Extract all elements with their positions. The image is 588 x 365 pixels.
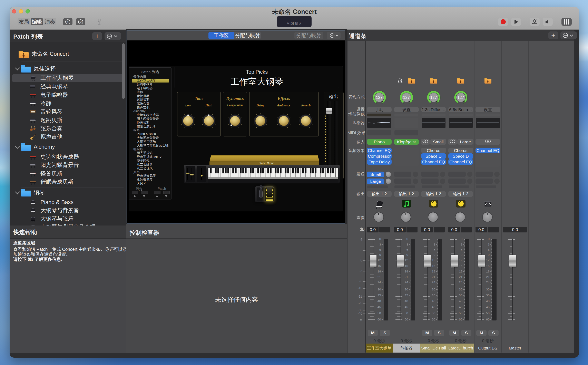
svg-text:6: 6 [406, 248, 408, 252]
svg-text:15: 15 [486, 264, 490, 267]
svg-text:24: 24 [378, 281, 381, 284]
svg-text:i: i [67, 20, 68, 24]
svg-text:21: 21 [378, 275, 381, 279]
svg-text:15: 15 [432, 264, 435, 267]
svg-text:18: 18 [486, 270, 490, 273]
svg-text:50: 50 [486, 311, 490, 315]
svg-text:0: 0 [379, 237, 381, 241]
svg-text:3: 3 [461, 243, 463, 246]
svg-text:40: 40 [405, 299, 408, 303]
svg-text:30: 30 [405, 288, 408, 291]
svg-text:0: 0 [461, 237, 463, 241]
svg-text:12: 12 [405, 258, 408, 262]
svg-text:9: 9 [379, 253, 381, 257]
svg-text:45: 45 [459, 305, 463, 309]
svg-text:15: 15 [459, 264, 463, 267]
svg-text:18: 18 [378, 270, 381, 273]
svg-text:50: 50 [405, 311, 408, 315]
svg-text:6: 6 [433, 248, 435, 252]
svg-text:3: 3 [406, 243, 408, 246]
svg-text:12: 12 [459, 258, 463, 262]
svg-text:50: 50 [432, 311, 436, 315]
svg-text:40: 40 [378, 299, 381, 303]
svg-text:18: 18 [405, 270, 408, 273]
svg-text:45: 45 [486, 305, 490, 309]
svg-text:0: 0 [406, 237, 408, 241]
svg-text:9: 9 [488, 253, 490, 257]
svg-text:21: 21 [459, 275, 463, 279]
svg-text:24: 24 [405, 281, 408, 284]
svg-text:24: 24 [432, 281, 436, 284]
svg-text:21: 21 [405, 275, 408, 279]
svg-text:60: 60 [432, 318, 436, 321]
svg-text:6: 6 [488, 248, 490, 252]
svg-text:40: 40 [432, 299, 436, 303]
svg-text:6: 6 [379, 248, 381, 252]
svg-text:18: 18 [459, 270, 463, 273]
svg-text:3: 3 [433, 243, 435, 246]
svg-text:15: 15 [378, 264, 381, 267]
svg-text:30: 30 [432, 288, 436, 291]
svg-text:60: 60 [405, 318, 408, 321]
svg-text:30: 30 [459, 288, 463, 291]
svg-text:35: 35 [432, 294, 435, 297]
svg-text:?: ? [80, 20, 82, 23]
svg-text:0: 0 [433, 237, 435, 241]
svg-text:60: 60 [378, 318, 381, 321]
svg-text:60: 60 [459, 318, 463, 321]
svg-text:3: 3 [379, 243, 381, 246]
svg-text:21: 21 [432, 275, 435, 279]
svg-text:15: 15 [405, 264, 408, 267]
svg-text:60: 60 [486, 318, 490, 321]
svg-text:12: 12 [378, 258, 381, 262]
svg-text:0: 0 [488, 237, 490, 241]
svg-text:35: 35 [459, 294, 463, 297]
svg-text:6: 6 [461, 248, 463, 252]
svg-text:18: 18 [432, 270, 435, 273]
svg-text:45: 45 [432, 305, 435, 309]
svg-text:35: 35 [486, 294, 490, 297]
svg-text:Studio Grand: Studio Grand [259, 161, 274, 165]
svg-text:9: 9 [461, 253, 463, 257]
svg-text:45: 45 [405, 305, 408, 309]
svg-text:35: 35 [405, 294, 408, 297]
svg-text:21: 21 [486, 275, 490, 279]
svg-text:24: 24 [486, 281, 490, 284]
svg-text:12: 12 [432, 258, 435, 262]
svg-text:35: 35 [378, 294, 381, 297]
svg-text:12: 12 [486, 258, 490, 262]
svg-text:9: 9 [433, 253, 435, 257]
svg-text:45: 45 [378, 305, 381, 309]
svg-text:24: 24 [459, 281, 463, 284]
svg-text:40: 40 [486, 299, 490, 303]
svg-text:9: 9 [406, 253, 408, 257]
svg-text:30: 30 [486, 288, 490, 291]
svg-text:3: 3 [488, 243, 490, 246]
svg-text:50: 50 [378, 311, 381, 315]
svg-text:40: 40 [459, 299, 463, 303]
svg-text:30: 30 [378, 288, 381, 291]
svg-text:50: 50 [459, 311, 463, 315]
